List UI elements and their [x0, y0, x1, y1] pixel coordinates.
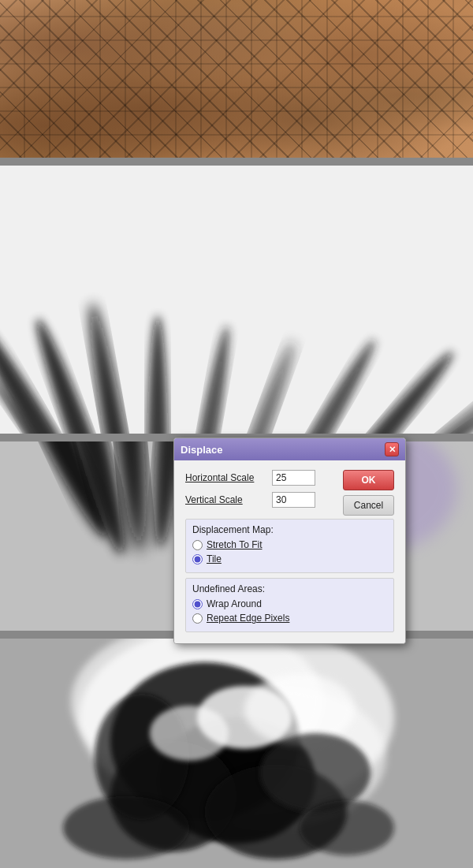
dialog-title: Displace	[181, 444, 222, 456]
vertical-scale-label: Vertical Scale	[185, 494, 272, 505]
svg-point-4	[157, 324, 237, 434]
brush-strokes-panel	[0, 166, 473, 434]
horizontal-scale-row: Horizontal Scale	[185, 470, 335, 486]
displacement-map-header: Displacement Map:	[192, 524, 387, 535]
wrap-around-label[interactable]: Wrap Around	[207, 598, 262, 609]
inputs-buttons-container: Horizontal Scale Vertical Scale OK	[185, 470, 394, 516]
tile-row: Tile	[192, 553, 387, 564]
wrap-around-row: Wrap Around	[192, 598, 387, 609]
vertical-scale-row: Vertical Scale	[185, 492, 335, 508]
abstract-svg	[0, 639, 473, 868]
abstract-texture-panel	[0, 639, 473, 868]
wrap-around-radio[interactable]	[192, 599, 203, 609]
tile-label[interactable]: Tile	[207, 553, 222, 564]
brush-container	[0, 166, 473, 434]
abstract-texture	[0, 639, 473, 868]
repeat-edge-radio[interactable]	[192, 613, 203, 624]
cracked-earth-texture	[0, 0, 473, 158]
ok-button[interactable]: OK	[343, 470, 394, 490]
horizontal-scale-input[interactable]	[272, 470, 315, 486]
repeat-edge-label[interactable]: Repeat Edge Pixels	[207, 613, 289, 624]
displacement-map-section: Displacement Map: Stretch To Fit Tile	[185, 519, 394, 573]
svg-point-32	[150, 706, 229, 761]
svg-point-36	[300, 800, 394, 855]
horizontal-scale-label: Horizontal Scale	[185, 472, 272, 483]
dialog-close-button[interactable]: ✕	[385, 442, 399, 456]
svg-point-35	[63, 796, 189, 859]
dialog-buttons: OK Cancel	[343, 470, 394, 516]
brush-svg	[0, 166, 473, 434]
vertical-scale-input[interactable]	[272, 492, 315, 508]
svg-point-33	[244, 674, 355, 745]
svg-point-5	[171, 338, 302, 434]
displace-dialog: Displace ✕ Horizontal Scale	[173, 438, 406, 644]
undefined-areas-header: Undefined Areas:	[192, 583, 387, 594]
stretch-to-fit-radio[interactable]	[192, 540, 203, 550]
cancel-button[interactable]: Cancel	[343, 495, 394, 516]
dialog-titlebar: Displace ✕	[174, 438, 405, 460]
dialog-body: Horizontal Scale Vertical Scale OK	[174, 460, 405, 643]
cracked-earth-panel	[0, 0, 473, 158]
dialog-overlay: Displace ✕ Horizontal Scale	[173, 438, 406, 644]
svg-point-3	[147, 315, 169, 434]
repeat-edge-row: Repeat Edge Pixels	[192, 613, 387, 624]
inputs-section: Horizontal Scale Vertical Scale	[185, 470, 335, 514]
svg-point-34	[260, 733, 371, 812]
stretch-to-fit-label[interactable]: Stretch To Fit	[207, 539, 262, 550]
undefined-areas-section: Undefined Areas: Wrap Around Repeat Edge…	[185, 578, 394, 632]
tile-radio[interactable]	[192, 554, 203, 564]
stretch-to-fit-row: Stretch To Fit	[192, 539, 387, 550]
